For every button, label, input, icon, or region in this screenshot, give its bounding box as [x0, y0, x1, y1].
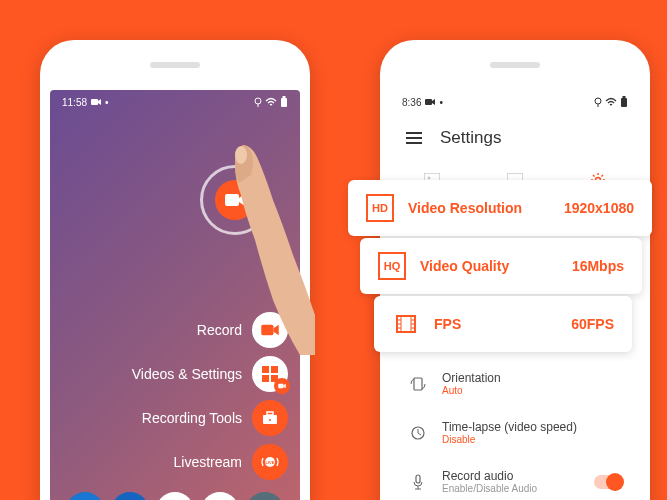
svg-rect-13: [267, 412, 273, 415]
camera-badge-icon: [278, 383, 286, 389]
camera-icon: [225, 192, 245, 208]
phone-speaker: [490, 62, 540, 68]
status-time: 11:58: [62, 97, 87, 108]
status-time: 8:36: [402, 97, 421, 108]
camera-status-icon: [425, 98, 435, 106]
hamburger-icon[interactable]: [406, 132, 422, 144]
dot-icon: •: [439, 97, 443, 108]
timelapse-icon: [410, 425, 426, 441]
svg-rect-3: [281, 98, 287, 107]
svg-rect-5: [225, 194, 239, 206]
menu-item-tools[interactable]: Recording Tools: [142, 400, 288, 436]
dock: [50, 492, 300, 500]
dot-icon: •: [105, 97, 109, 108]
setting-label: Record audio: [442, 469, 580, 483]
location-icon: [254, 97, 262, 107]
phone-device-left: 11:58 • Record: [40, 40, 310, 500]
svg-rect-9: [262, 375, 269, 382]
menu-item-videos[interactable]: Videos & Settings: [132, 356, 288, 392]
setting-timelapse[interactable]: Time-lapse (video speed) Disable: [390, 408, 640, 457]
orientation-icon: [410, 376, 426, 392]
battery-icon: [620, 96, 628, 108]
battery-icon: [280, 96, 288, 108]
home-screen: 11:58 • Record: [50, 90, 300, 500]
setting-label: Time-lapse (video speed): [442, 420, 622, 434]
svg-rect-6: [261, 325, 273, 336]
card-label: FPS: [434, 316, 557, 332]
menu-label: Record: [197, 322, 242, 338]
card-value: 16Mbps: [572, 258, 624, 274]
menu-label: Livestream: [174, 454, 242, 470]
setting-sub: Enable/Disable Audio: [442, 483, 580, 494]
card-quality[interactable]: HQ Video Quality 16Mbps: [360, 238, 642, 294]
svg-rect-8: [271, 366, 278, 373]
hd-icon: HD: [366, 194, 394, 222]
camera-status-icon: [91, 98, 101, 106]
phone-speaker: [150, 62, 200, 68]
setting-orientation[interactable]: Orientation Auto: [390, 359, 640, 408]
location-icon: [594, 97, 602, 107]
setting-value: Auto: [442, 385, 622, 396]
svg-rect-4: [283, 96, 286, 98]
film-icon: [392, 310, 420, 338]
wifi-icon: [605, 97, 617, 107]
svg-rect-26: [621, 98, 627, 107]
audio-toggle[interactable]: [594, 475, 622, 489]
settings-header: Settings: [390, 114, 640, 162]
card-label: Video Quality: [420, 258, 558, 274]
card-fps[interactable]: FPS 60FPS: [374, 296, 632, 352]
svg-rect-27: [623, 96, 626, 98]
menu-label: Recording Tools: [142, 410, 242, 426]
svg-text:LIVE: LIVE: [266, 460, 275, 465]
svg-rect-34: [416, 475, 420, 483]
card-label: Video Resolution: [408, 200, 550, 216]
svg-rect-23: [425, 99, 432, 105]
wifi-icon: [265, 97, 277, 107]
svg-rect-32: [414, 378, 422, 390]
live-icon: LIVE: [260, 455, 280, 469]
menu-item-livestream[interactable]: Livestream LIVE: [174, 444, 288, 480]
card-value: 60FPS: [571, 316, 614, 332]
svg-rect-0: [91, 99, 98, 105]
page-title: Settings: [440, 128, 501, 148]
status-bar: 11:58 •: [50, 90, 300, 114]
svg-rect-7: [262, 366, 269, 373]
svg-point-14: [269, 419, 271, 421]
card-resolution[interactable]: HD Video Resolution 1920x1080: [348, 180, 652, 236]
menu-label: Videos & Settings: [132, 366, 242, 382]
menu-item-record[interactable]: Record: [197, 312, 288, 348]
svg-point-1: [255, 98, 261, 104]
chrome-icon[interactable]: [201, 492, 239, 500]
toolbox-icon: [262, 411, 278, 425]
svg-rect-11: [278, 384, 283, 389]
camera-app-icon[interactable]: [246, 492, 284, 500]
setting-value: Disable: [442, 434, 622, 445]
mic-icon: [412, 474, 424, 490]
status-bar: 8:36 •: [390, 90, 640, 114]
fab-menu: Record Videos & Settings Recording Tools: [132, 312, 288, 480]
messages-app-icon[interactable]: [111, 492, 149, 500]
play-store-icon[interactable]: [156, 492, 194, 500]
settings-screen: 8:36 • Settings: [390, 90, 640, 500]
setting-audio[interactable]: Record audio Enable/Disable Audio: [390, 457, 640, 500]
phone-app-icon[interactable]: [66, 492, 104, 500]
record-button[interactable]: [200, 165, 270, 235]
setting-label: Orientation: [442, 371, 622, 385]
card-value: 1920x1080: [564, 200, 634, 216]
hq-icon: HQ: [378, 252, 406, 280]
camera-icon: [261, 323, 279, 337]
svg-point-24: [595, 98, 601, 104]
